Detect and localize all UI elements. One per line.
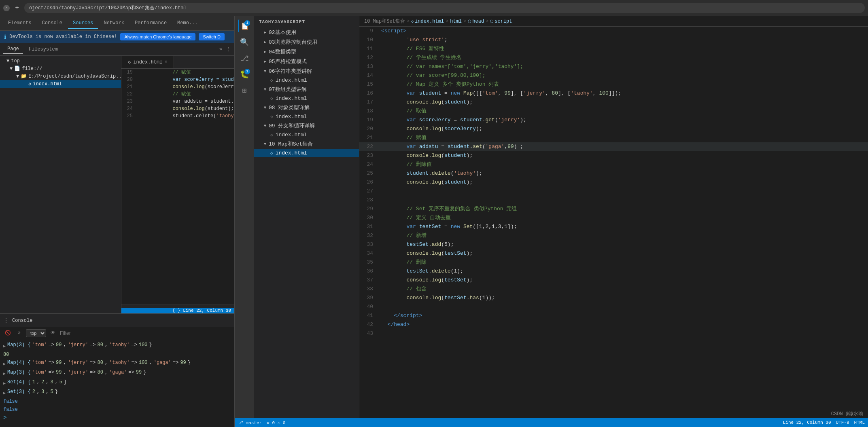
tree-label-file: file://	[22, 66, 42, 72]
tree-item-file[interactable]: ▼ 📄 file://	[0, 65, 121, 72]
console-line-6: ▶ Set(3) {2, 3, 5}	[3, 388, 231, 397]
explorer-item-10-index[interactable]: ◇ index.html	[254, 149, 359, 157]
console-line-7: false	[3, 397, 231, 406]
output-8: false	[3, 406, 18, 414]
console-line-2: 80	[3, 351, 231, 359]
editor-line-36: 36 testSet.delete(1);	[359, 267, 868, 276]
expand-arrow-3[interactable]: ▶	[3, 360, 6, 368]
git-icon: ⎇	[240, 54, 249, 63]
tab-filesystem[interactable]: Filesystem	[25, 45, 62, 54]
tab-memory[interactable]: Memo...	[172, 18, 202, 29]
console-clear-btn[interactable]: 🚫	[3, 329, 12, 338]
devtools-tabs: Elements Console Sources Network Perform…	[0, 16, 234, 31]
explorer-item-03[interactable]: ▶ 03浏览器控制台使用	[254, 37, 359, 47]
sidebar-icon-search[interactable]: 🔍	[238, 36, 251, 49]
tree-item-project[interactable]: ▼ 📁 E:/Project/csdn/taohyJavaScrip...	[0, 72, 121, 80]
vscode-editor[interactable]: 9 <script> 10 'use strict'; 11 // ES6 新特…	[359, 27, 868, 418]
explorer-item-08-index[interactable]: ◇ index.html	[254, 112, 359, 121]
editor-line-41: 41 </script>	[359, 311, 868, 320]
expand-arrow-4[interactable]: ▶	[3, 370, 6, 378]
explorer-item-02[interactable]: ▶ 02基本使用	[254, 27, 359, 37]
explorer-item-06-index[interactable]: ◇ index.html	[254, 76, 359, 85]
tab-close-btn[interactable]: ×	[3, 5, 10, 11]
explorer-item-06[interactable]: ▼ 06字符串类型讲解	[254, 66, 359, 76]
mini-code-editor: ◇ index.html × 19 // 赋值 20 var scoreJerr…	[121, 56, 234, 313]
tab-network[interactable]: Network	[99, 18, 129, 29]
expand-arrow-6[interactable]: ▶	[3, 389, 6, 397]
exp-icon-06: ◇	[270, 78, 273, 83]
status-branch: ⎇ master	[238, 420, 262, 425]
tab-sources[interactable]: Sources	[68, 18, 98, 29]
status-encoding: UTF-8	[836, 420, 849, 425]
tab-add-btn[interactable]: +	[12, 3, 22, 13]
console-eye-btn[interactable]: 👁	[49, 329, 57, 338]
breadcrumb-sep-4: >	[486, 19, 488, 24]
breadcrumb-head[interactable]: ⬡head	[468, 19, 484, 24]
exp-label-09: 09 分支和循环详解	[269, 122, 315, 129]
mini-tab-icon: ◇	[128, 59, 131, 65]
exp-label-06-index: index.html	[276, 77, 307, 83]
breadcrumb-sep-1: >	[407, 19, 410, 24]
exp-label-05: 05严格检查模式	[269, 58, 307, 65]
explorer-item-05[interactable]: ▶ 05严格检查模式	[254, 57, 359, 66]
context-selector[interactable]: top	[26, 329, 46, 337]
switch-btn[interactable]: Switch D	[199, 33, 224, 40]
editor-line-29: 29 // Set 无序不重复的集合 类似Python 元组	[359, 205, 868, 214]
breadcrumb-file[interactable]: ◇index.html	[411, 19, 444, 24]
code-line-23: 23 var addstu = student.se...	[121, 98, 234, 105]
editor-line-30: 30 // 定义 自动去重	[359, 214, 868, 222]
more-tabs[interactable]: »	[219, 47, 222, 52]
vscode-explorer: TAOHYJAVASCRIPT ▶ 02基本使用 ▶ 03浏览器控制台使用 ▶ …	[254, 16, 359, 418]
mini-tab-close[interactable]: ×	[165, 60, 167, 64]
sidebar-icon-extensions[interactable]: ⊞	[238, 84, 251, 97]
info-bar: ℹ DevTools is now available in Chinese! …	[0, 31, 234, 43]
mini-code-lines: 19 // 赋值 20 var scoreJerry = studen... 2…	[121, 69, 234, 304]
mini-editor-tabs: ◇ index.html ×	[121, 56, 234, 69]
explorer-item-10[interactable]: ▼ 10 Map和Set集合	[254, 139, 359, 149]
tab-performance[interactable]: Performance	[130, 18, 172, 29]
explorer-item-09-index[interactable]: ◇ index.html	[254, 131, 359, 139]
explorer-item-07[interactable]: ▼ 07数组类型讲解	[254, 85, 359, 94]
project-folder-icon: 📁	[21, 73, 27, 79]
tree-item-index[interactable]: ◇ index.html	[0, 80, 121, 88]
console-stop-btn[interactable]: ⊘	[15, 329, 23, 338]
mini-code-tab[interactable]: ◇ index.html ×	[121, 56, 174, 68]
editor-line-31: 31 var testSet = new Set([1,2,1,3,1]);	[359, 222, 868, 231]
explorer-item-08[interactable]: ▼ 08 对象类型详解	[254, 103, 359, 112]
match-language-btn[interactable]: Always match Chrome's language	[120, 33, 195, 40]
exp-arrow-07: ▼	[264, 87, 266, 92]
exp-arrow-02: ▶	[264, 30, 266, 35]
panel-menu[interactable]: ⋮	[225, 46, 231, 53]
explorer-item-07-index[interactable]: ◇ index.html	[254, 94, 359, 103]
tree-item-top[interactable]: ▼ top	[0, 57, 121, 65]
tree-label-index: index.html	[33, 81, 62, 87]
mini-status-text: { } Line 22, Column 30	[172, 308, 231, 313]
editor-line-9: 9 <script>	[359, 27, 868, 36]
editor-line-27: 27	[359, 187, 868, 196]
main-container: Elements Console Sources Network Perform…	[0, 16, 868, 427]
editor-line-14: 14 // var score=[99,80,100];	[359, 71, 868, 80]
address-bar[interactable]: oject/csdn/taohyJavaScript/10%20Map和Set集…	[24, 3, 865, 13]
exp-arrow-04: ▶	[264, 49, 266, 54]
explorer-item-09[interactable]: ▼ 09 分支和循环详解	[254, 121, 359, 131]
filter-input[interactable]	[60, 330, 231, 336]
explorer-item-04[interactable]: ▶ 04数据类型	[254, 47, 359, 57]
exp-icon-10: ◇	[270, 150, 273, 156]
tab-console[interactable]: Console	[37, 18, 67, 29]
breadcrumb-script[interactable]: ⬡script	[490, 19, 512, 24]
exp-label-09-index: index.html	[276, 132, 307, 138]
expand-arrow-1[interactable]: ▶	[3, 342, 6, 351]
console-line-5: ▶ Set(4) {1, 2, 3, 5}	[3, 378, 231, 388]
breadcrumb-html[interactable]: html	[450, 19, 462, 24]
sidebar-icon-git[interactable]: ⎇	[238, 52, 251, 65]
tab-page[interactable]: Page	[3, 44, 23, 54]
editor-line-28: 28	[359, 196, 868, 205]
sidebar-icon-debug[interactable]: 🐛 1	[238, 68, 251, 81]
tab-elements[interactable]: Elements	[3, 18, 36, 29]
expand-arrow-5[interactable]: ▶	[3, 380, 6, 388]
console-prompt: >	[3, 414, 231, 422]
sidebar-icon-explorer[interactable]: 📋 1	[238, 19, 251, 32]
console-line-3: ▶ Map(4) {'tom' => 99, 'jerry' => 80, 't…	[3, 359, 231, 368]
console-line-4: ▶ Map(3) {'tom' => 99, 'jerry' => 80, 'g…	[3, 368, 231, 378]
output-6: Set(3) {	[7, 388, 31, 396]
